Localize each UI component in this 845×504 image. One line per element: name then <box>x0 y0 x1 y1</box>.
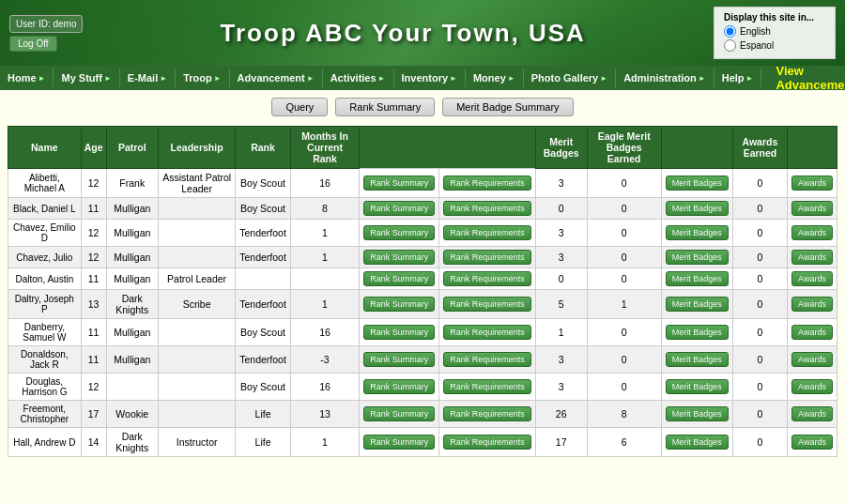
awards-btn[interactable]: Awards <box>791 225 833 240</box>
merit-badges-btn[interactable]: Merit Badges <box>666 250 729 265</box>
rank-req-btn[interactable]: Rank Requirements <box>443 352 531 367</box>
query-button[interactable]: Query <box>271 98 328 116</box>
awards-btn[interactable]: Awards <box>791 379 833 394</box>
logout-button[interactable]: Log Off <box>9 36 57 52</box>
nav-email[interactable]: E-Mail ► <box>120 69 176 87</box>
rank-summary-btn[interactable]: Rank Summary <box>363 271 435 286</box>
cell-awards-btn[interactable]: Awards <box>788 428 837 457</box>
cell-awards-btn[interactable]: Awards <box>788 247 837 268</box>
cell-rank-summary-btn[interactable]: Rank Summary <box>360 268 439 290</box>
awards-btn[interactable]: Awards <box>791 176 833 191</box>
cell-rank-summary-btn[interactable]: Rank Summary <box>360 169 439 198</box>
rank-summary-btn[interactable]: Rank Summary <box>363 225 435 240</box>
rank-req-btn[interactable]: Rank Requirements <box>443 271 531 286</box>
cell-awards-btn[interactable]: Awards <box>788 290 837 319</box>
merit-badges-btn[interactable]: Merit Badges <box>666 201 729 216</box>
cell-awards-btn[interactable]: Awards <box>788 220 837 247</box>
rank-summary-button[interactable]: Rank Summary <box>335 98 435 116</box>
cell-rank-req-btn[interactable]: Rank Requirements <box>439 374 536 401</box>
rank-summary-btn[interactable]: Rank Summary <box>363 352 435 367</box>
nav-photo-gallery[interactable]: Photo Gallery ► <box>524 69 616 87</box>
cell-rank-req-btn[interactable]: Rank Requirements <box>439 401 536 428</box>
rank-req-btn[interactable]: Rank Requirements <box>443 379 531 394</box>
rank-req-btn[interactable]: Rank Requirements <box>443 297 531 312</box>
cell-merit-badges-btn[interactable]: Merit Badges <box>661 247 732 268</box>
awards-btn[interactable]: Awards <box>791 201 833 216</box>
cell-rank-req-btn[interactable]: Rank Requirements <box>439 319 536 346</box>
merit-badges-btn[interactable]: Merit Badges <box>666 297 729 312</box>
nav-my-stuff[interactable]: My Stuff ► <box>54 69 119 87</box>
nav-activities[interactable]: Activities ► <box>323 69 394 87</box>
nav-troop[interactable]: Troop ► <box>176 69 229 87</box>
rank-req-btn[interactable]: Rank Requirements <box>443 406 531 421</box>
awards-btn[interactable]: Awards <box>791 325 833 340</box>
cell-rank-summary-btn[interactable]: Rank Summary <box>360 247 439 268</box>
cell-merit-badges-btn[interactable]: Merit Badges <box>661 268 732 290</box>
nav-inventory[interactable]: Inventory ► <box>394 69 466 87</box>
cell-rank-summary-btn[interactable]: Rank Summary <box>360 319 439 346</box>
cell-rank-summary-btn[interactable]: Rank Summary <box>360 220 439 247</box>
merit-badges-btn[interactable]: Merit Badges <box>666 176 729 191</box>
cell-rank-req-btn[interactable]: Rank Requirements <box>439 346 536 374</box>
nav-administration[interactable]: Administration ► <box>616 69 714 87</box>
rank-req-btn[interactable]: Rank Requirements <box>443 225 531 240</box>
cell-rank-summary-btn[interactable]: Rank Summary <box>360 374 439 401</box>
awards-btn[interactable]: Awards <box>791 435 833 450</box>
nav-home[interactable]: Home ► <box>0 69 54 87</box>
cell-rank-req-btn[interactable]: Rank Requirements <box>439 247 536 268</box>
english-radio[interactable] <box>724 25 736 38</box>
cell-rank-req-btn[interactable]: Rank Requirements <box>439 220 536 247</box>
cell-awards-btn[interactable]: Awards <box>788 346 837 374</box>
cell-awards-btn[interactable]: Awards <box>788 374 837 401</box>
cell-merit-badges-btn[interactable]: Merit Badges <box>661 169 732 198</box>
nav-help[interactable]: Help ► <box>714 69 762 87</box>
cell-rank-req-btn[interactable]: Rank Requirements <box>439 169 536 198</box>
rank-req-btn[interactable]: Rank Requirements <box>443 250 531 265</box>
merit-badges-btn[interactable]: Merit Badges <box>666 225 729 240</box>
merit-badges-btn[interactable]: Merit Badges <box>666 379 729 394</box>
cell-merit-badges-btn[interactable]: Merit Badges <box>661 220 732 247</box>
english-option[interactable]: English <box>724 25 825 38</box>
rank-summary-btn[interactable]: Rank Summary <box>363 201 435 216</box>
awards-btn[interactable]: Awards <box>791 352 833 367</box>
espanol-option[interactable]: Espanol <box>724 39 825 52</box>
awards-btn[interactable]: Awards <box>791 271 833 286</box>
cell-awards-btn[interactable]: Awards <box>788 319 837 346</box>
cell-rank-summary-btn[interactable]: Rank Summary <box>360 198 439 220</box>
merit-badges-btn[interactable]: Merit Badges <box>666 352 729 367</box>
rank-summary-btn[interactable]: Rank Summary <box>363 297 435 312</box>
merit-badge-summary-button[interactable]: Merit Badge Summary <box>442 98 573 116</box>
cell-awards-btn[interactable]: Awards <box>788 401 837 428</box>
rank-summary-btn[interactable]: Rank Summary <box>363 250 435 265</box>
rank-req-btn[interactable]: Rank Requirements <box>443 435 531 450</box>
rank-req-btn[interactable]: Rank Requirements <box>443 201 531 216</box>
cell-rank-req-btn[interactable]: Rank Requirements <box>439 268 536 290</box>
view-advancement[interactable]: View Advancement <box>761 64 845 92</box>
rank-summary-btn[interactable]: Rank Summary <box>363 435 435 450</box>
cell-awards-btn[interactable]: Awards <box>788 268 837 290</box>
rank-summary-btn[interactable]: Rank Summary <box>363 176 435 191</box>
cell-awards-btn[interactable]: Awards <box>788 198 837 220</box>
cell-merit-badges-btn[interactable]: Merit Badges <box>661 198 732 220</box>
merit-badges-btn[interactable]: Merit Badges <box>666 435 729 450</box>
cell-merit-badges-btn[interactable]: Merit Badges <box>661 374 732 401</box>
cell-rank-summary-btn[interactable]: Rank Summary <box>360 401 439 428</box>
cell-merit-badges-btn[interactable]: Merit Badges <box>661 401 732 428</box>
cell-rank-req-btn[interactable]: Rank Requirements <box>439 428 536 457</box>
espanol-radio[interactable] <box>724 39 736 52</box>
rank-req-btn[interactable]: Rank Requirements <box>443 176 531 191</box>
rank-summary-btn[interactable]: Rank Summary <box>363 406 435 421</box>
cell-rank-req-btn[interactable]: Rank Requirements <box>439 198 536 220</box>
awards-btn[interactable]: Awards <box>791 250 833 265</box>
cell-awards-btn[interactable]: Awards <box>788 169 837 198</box>
merit-badges-btn[interactable]: Merit Badges <box>666 406 729 421</box>
rank-summary-btn[interactable]: Rank Summary <box>363 379 435 394</box>
cell-rank-summary-btn[interactable]: Rank Summary <box>360 346 439 374</box>
nav-advancement[interactable]: Advancement ► <box>230 69 323 87</box>
cell-rank-summary-btn[interactable]: Rank Summary <box>360 428 439 457</box>
cell-merit-badges-btn[interactable]: Merit Badges <box>661 319 732 346</box>
merit-badges-btn[interactable]: Merit Badges <box>666 271 729 286</box>
cell-merit-badges-btn[interactable]: Merit Badges <box>661 428 732 457</box>
awards-btn[interactable]: Awards <box>791 297 833 312</box>
merit-badges-btn[interactable]: Merit Badges <box>666 325 729 340</box>
